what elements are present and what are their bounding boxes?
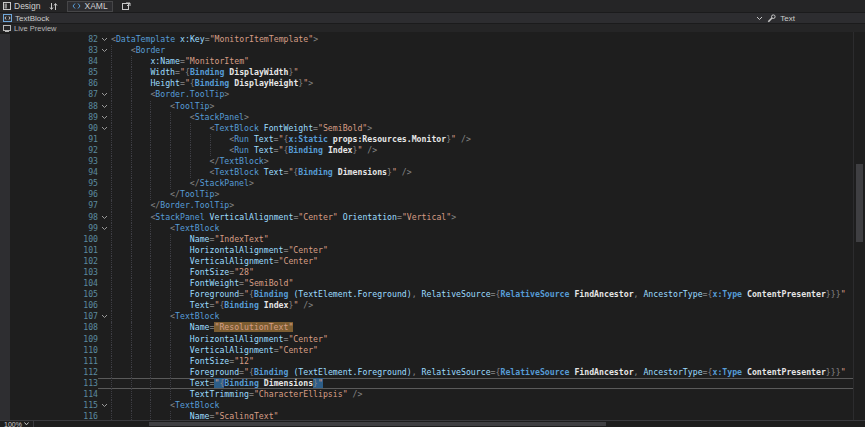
code-line[interactable]: 89<StackPanel> xyxy=(0,112,865,123)
fold-toggle-icon[interactable] xyxy=(98,311,111,322)
glyph-margin[interactable] xyxy=(0,223,10,234)
code-line[interactable]: 86Height="{Binding DisplayHeight}"> xyxy=(0,78,865,89)
code-line[interactable]: 115<TextBlock xyxy=(0,400,865,411)
glyph-margin[interactable] xyxy=(0,78,10,89)
code-line[interactable]: 98<StackPanel VerticalAlignment="Center"… xyxy=(0,212,865,223)
code-line[interactable]: 88<ToolTip> xyxy=(0,101,865,112)
code-text[interactable]: Foreground="{Binding (TextElement.Foregr… xyxy=(111,289,865,300)
code-text[interactable]: Name="IndexText" xyxy=(111,234,865,245)
code-line[interactable]: 103FontSize="28" xyxy=(0,267,865,278)
breadcrumb-element[interactable]: TextBlock xyxy=(15,14,49,23)
glyph-margin[interactable] xyxy=(0,367,10,378)
glyph-margin[interactable] xyxy=(0,400,10,411)
vertical-scrollbar-thumb[interactable] xyxy=(856,164,863,242)
fold-toggle-icon[interactable] xyxy=(98,112,111,123)
swap-panes-icon[interactable] xyxy=(49,2,58,11)
tab-xaml[interactable]: XAML xyxy=(67,1,112,12)
code-line[interactable]: 112Foreground="{Binding (TextElement.For… xyxy=(0,367,865,378)
code-line[interactable]: 90<TextBlock FontWeight="SemiBold"> xyxy=(0,123,865,134)
popout-window-icon[interactable] xyxy=(122,2,131,10)
code-line[interactable]: 105Foreground="{Binding (TextElement.For… xyxy=(0,289,865,300)
code-text[interactable]: <Border xyxy=(111,45,865,56)
code-text[interactable]: HorizontalAlignment="Center" xyxy=(111,334,865,345)
horizontal-scrollbar[interactable] xyxy=(34,421,865,427)
code-line[interactable]: 109HorizontalAlignment="Center" xyxy=(0,334,865,345)
glyph-margin[interactable] xyxy=(0,112,10,123)
code-text[interactable]: Text="{Binding Dimensions}" xyxy=(111,378,865,389)
glyph-margin[interactable] xyxy=(0,56,10,67)
code-text[interactable]: Width="{Binding DisplayWidth}" xyxy=(111,67,865,78)
zoom-control[interactable]: 100% xyxy=(0,421,34,427)
code-text[interactable]: FontSize="28" xyxy=(111,267,865,278)
code-text[interactable]: Text="{Binding Index}" /> xyxy=(111,300,865,311)
fold-toggle-icon[interactable] xyxy=(98,45,111,56)
fold-toggle-icon[interactable] xyxy=(98,89,111,100)
glyph-margin[interactable] xyxy=(0,189,10,200)
code-text[interactable]: <TextBlock xyxy=(111,311,865,322)
code-text[interactable]: FontSize="12" xyxy=(111,356,865,367)
code-line[interactable]: 91<Run Text="{x:Static props:Resources.M… xyxy=(0,134,865,145)
code-text[interactable]: VerticalAlignment="Center" xyxy=(111,256,865,267)
code-text[interactable]: TextTrimming="CharacterEllipsis" /> xyxy=(111,389,865,400)
tab-design[interactable]: Design xyxy=(3,1,40,11)
code-text[interactable]: <DataTemplate x:Key="MonitorItemTemplate… xyxy=(111,34,865,45)
glyph-margin[interactable] xyxy=(0,67,10,78)
code-line[interactable]: 83<Border xyxy=(0,45,865,56)
fold-toggle-icon[interactable] xyxy=(98,223,111,234)
glyph-margin[interactable] xyxy=(0,267,10,278)
code-line[interactable]: 106Text="{Binding Index}" /> xyxy=(0,300,865,311)
chevron-down-icon[interactable] xyxy=(756,16,763,21)
code-line[interactable]: 93</TextBlock> xyxy=(0,156,865,167)
glyph-margin[interactable] xyxy=(0,289,10,300)
glyph-margin[interactable] xyxy=(0,234,10,245)
code-text[interactable]: </StackPanel> xyxy=(111,178,865,189)
code-text[interactable]: Name="ResolutionText" xyxy=(111,322,865,333)
code-text[interactable]: </ToolTip> xyxy=(111,189,865,200)
code-line[interactable]: 92<Run Text="{Binding Index}" /> xyxy=(0,145,865,156)
code-text[interactable]: <TextBlock FontWeight="SemiBold"> xyxy=(111,123,865,134)
code-line[interactable]: 97</Border.ToolTip> xyxy=(0,200,865,211)
code-text[interactable]: <StackPanel> xyxy=(111,112,865,123)
glyph-margin[interactable] xyxy=(0,134,10,145)
glyph-margin[interactable] xyxy=(0,34,10,45)
code-line[interactable]: 107<TextBlock xyxy=(0,311,865,322)
code-line[interactable]: 100Name="IndexText" xyxy=(0,234,865,245)
code-text[interactable]: </Border.ToolTip> xyxy=(111,200,865,211)
code-text[interactable]: </TextBlock> xyxy=(111,156,865,167)
code-text[interactable]: <Run Text="{Binding Index}" /> xyxy=(111,145,865,156)
code-line[interactable]: 94<TextBlock Text="{Binding Dimensions}"… xyxy=(0,167,865,178)
code-line[interactable]: 108Name="ResolutionText" xyxy=(0,322,865,333)
glyph-margin[interactable] xyxy=(0,245,10,256)
glyph-margin[interactable] xyxy=(0,145,10,156)
code-line[interactable]: 99<TextBlock xyxy=(0,223,865,234)
horizontal-scrollbar-thumb[interactable] xyxy=(149,422,606,426)
code-text[interactable]: HorizontalAlignment="Center" xyxy=(111,245,865,256)
glyph-margin[interactable] xyxy=(0,389,10,400)
glyph-margin[interactable] xyxy=(0,212,10,223)
code-line[interactable]: 95</StackPanel> xyxy=(0,178,865,189)
code-editor[interactable]: 82<DataTemplate x:Key="MonitorItemTempla… xyxy=(0,32,865,427)
glyph-margin[interactable] xyxy=(0,334,10,345)
code-line[interactable]: 85Width="{Binding DisplayWidth}" xyxy=(0,67,865,78)
glyph-margin[interactable] xyxy=(0,101,10,112)
glyph-margin[interactable] xyxy=(0,345,10,356)
fold-toggle-icon[interactable] xyxy=(98,212,111,223)
breadcrumb-property[interactable]: Text xyxy=(780,14,795,23)
code-text[interactable]: <Border.ToolTip> xyxy=(111,89,865,100)
code-text[interactable]: <TextBlock xyxy=(111,223,865,234)
code-text[interactable]: <ToolTip> xyxy=(111,101,865,112)
code-text[interactable]: Foreground="{Binding (TextElement.Foregr… xyxy=(111,367,865,378)
code-line[interactable]: 114TextTrimming="CharacterEllipsis" /> xyxy=(0,389,865,400)
glyph-margin[interactable] xyxy=(0,322,10,333)
glyph-margin[interactable] xyxy=(0,356,10,367)
glyph-margin[interactable] xyxy=(0,167,10,178)
code-text[interactable]: x:Name="MonitorItem" xyxy=(111,56,865,67)
code-text[interactable]: <Run Text="{x:Static props:Resources.Mon… xyxy=(111,134,865,145)
code-line[interactable]: 84x:Name="MonitorItem" xyxy=(0,56,865,67)
code-line[interactable]: 82<DataTemplate x:Key="MonitorItemTempla… xyxy=(0,34,865,45)
glyph-margin[interactable] xyxy=(0,311,10,322)
code-line[interactable]: 113Text="{Binding Dimensions}" xyxy=(0,378,865,389)
code-text[interactable]: FontWeight="SemiBold" xyxy=(111,278,865,289)
code-line[interactable]: 110VerticalAlignment="Center" xyxy=(0,345,865,356)
fold-toggle-icon[interactable] xyxy=(98,400,111,411)
